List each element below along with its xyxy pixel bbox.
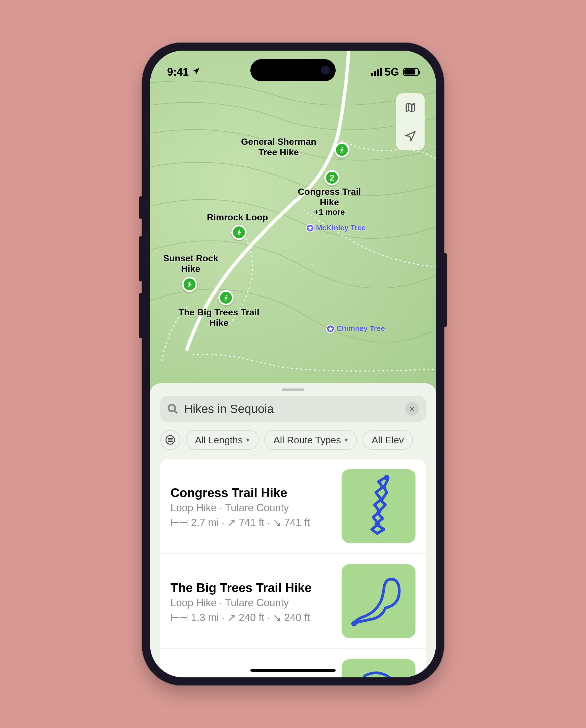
result-item[interactable]: Crescent Meadow Hike — [160, 648, 426, 677]
hiker-icon — [235, 229, 243, 236]
star-icon: ★ — [306, 224, 314, 232]
search-bar[interactable] — [160, 396, 426, 422]
svg-line-1 — [174, 410, 177, 413]
map-pin-general-sherman[interactable] — [334, 142, 350, 157]
mute-switch[interactable] — [139, 196, 142, 219]
power-button[interactable] — [444, 253, 447, 327]
star-icon: ★ — [326, 324, 335, 333]
hiker-icon — [186, 281, 193, 288]
chip-elevation[interactable]: All Elev — [363, 430, 413, 450]
topo-lines — [150, 51, 436, 389]
map-label-rimrock: Rimrock Loop — [207, 212, 268, 223]
results-list: Congress Trail Hike Loop Hike · Tulare C… — [160, 459, 426, 677]
route-thumbnail — [342, 469, 416, 543]
ascent-icon: ↗ — [228, 517, 236, 529]
map-controls — [396, 93, 425, 150]
result-stats: ⊢⊣2.7 mi· ↗741 ft· ↘741 ft — [170, 517, 333, 529]
svg-point-0 — [168, 405, 175, 411]
poi-mckinley[interactable]: ★McKinley Tree — [306, 224, 366, 232]
map-label-big-trees: The Big Trees Trail Hike — [179, 307, 260, 328]
ascent-icon: ↗ — [228, 612, 236, 624]
phone-frame: 9:41 5G — [142, 43, 444, 685]
map-label-general-sherman: General Sherman Tree Hike — [241, 136, 316, 157]
result-subtitle: Loop Hike · Tulare County — [170, 502, 333, 514]
route-thumbnail — [342, 659, 416, 677]
status-network: 5G — [384, 66, 399, 78]
volume-down-button[interactable] — [139, 293, 142, 338]
sliders-icon — [165, 435, 175, 445]
map-pin-big-trees[interactable] — [218, 290, 234, 305]
screen: 9:41 5G — [150, 51, 436, 677]
result-stats: ⊢⊣1.3 mi· ↗240 ft· ↘240 ft — [170, 612, 333, 624]
battery-icon — [403, 68, 419, 76]
descent-icon: ↘ — [273, 612, 281, 624]
route-thumbnail — [342, 564, 416, 638]
poi-chimney[interactable]: ★Chimney Tree — [326, 324, 385, 333]
distance-icon: ⊢⊣ — [170, 517, 188, 529]
sheet-grabber[interactable] — [282, 388, 304, 391]
filter-settings-button[interactable] — [160, 430, 180, 450]
result-item[interactable]: The Big Trees Trail Hike Loop Hike · Tul… — [160, 553, 426, 648]
result-title: The Big Trees Trail Hike — [170, 580, 333, 596]
map-label-congress: Congress Trail Hike+1 more — [298, 186, 361, 217]
result-subtitle: Loop Hike · Tulare County — [170, 597, 333, 609]
filter-chips: All Lengths▾ All Route Types▾ All Elev — [150, 422, 436, 459]
map-pin-rimrock[interactable] — [231, 225, 247, 240]
search-input[interactable] — [184, 402, 400, 416]
svg-point-4 — [351, 621, 357, 626]
location-arrow-icon — [404, 130, 417, 143]
chip-route-types[interactable]: All Route Types▾ — [264, 430, 357, 450]
close-icon — [409, 405, 416, 412]
status-time: 9:41 — [167, 66, 189, 78]
search-icon — [167, 403, 179, 415]
cellular-signal-icon — [371, 68, 382, 76]
hiker-icon — [222, 294, 230, 301]
chip-lengths[interactable]: All Lengths▾ — [186, 430, 259, 450]
chevron-down-icon: ▾ — [246, 436, 249, 444]
svg-point-3 — [384, 475, 389, 480]
hiker-icon — [338, 146, 346, 154]
result-item[interactable]: Congress Trail Hike Loop Hike · Tulare C… — [160, 459, 426, 553]
dynamic-island — [250, 59, 336, 81]
descent-icon: ↘ — [273, 517, 281, 529]
chevron-down-icon: ▾ — [344, 436, 348, 444]
map-pin-sunset[interactable] — [182, 277, 197, 292]
locate-button[interactable] — [396, 122, 425, 150]
location-services-icon — [191, 67, 200, 77]
bottom-sheet[interactable]: All Lengths▾ All Route Types▾ All Elev C… — [150, 383, 436, 677]
map-cluster-pin[interactable]: 2 — [324, 170, 340, 185]
result-title: Congress Trail Hike — [170, 485, 333, 501]
volume-up-button[interactable] — [139, 236, 142, 281]
map-mode-icon — [404, 101, 417, 114]
home-indicator[interactable] — [250, 669, 336, 672]
map-mode-button[interactable] — [396, 93, 425, 122]
clear-search-button[interactable] — [405, 402, 419, 416]
distance-icon: ⊢⊣ — [170, 612, 188, 624]
map-label-sunset: Sunset Rock Hike — [163, 253, 218, 274]
map-canvas[interactable]: General Sherman Tree Hike 2 Congress Tra… — [150, 51, 436, 389]
